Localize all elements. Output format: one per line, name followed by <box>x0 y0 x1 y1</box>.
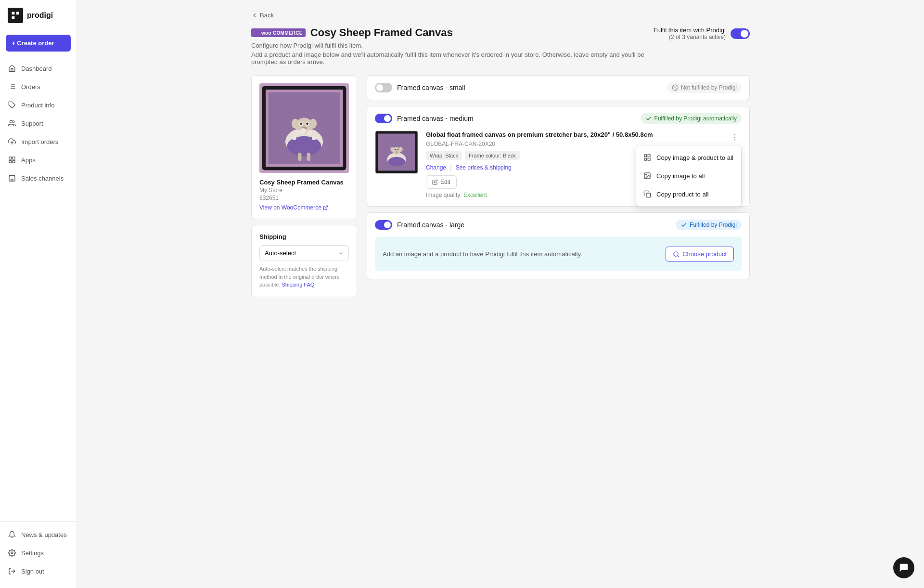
page-header: woo COMMERCE Cosy Sheep Framed Canvas Co… <box>251 26 750 65</box>
sidebar-item-settings-label: Settings <box>21 549 44 557</box>
logo: prodigi <box>0 0 77 31</box>
sidebar-item-product-info[interactable]: Product info <box>0 96 77 114</box>
sidebar-item-news-updates-label: News & updates <box>21 531 67 538</box>
logout-icon <box>8 567 16 575</box>
svg-point-65 <box>734 139 735 140</box>
main-content: Back woo COMMERCE Cosy Sheep Framed Canv… <box>77 0 924 588</box>
sidebar-item-dashboard[interactable]: Dashboard <box>0 59 77 78</box>
product-image <box>259 83 349 173</box>
shipping-title: Shipping <box>259 233 349 240</box>
back-link[interactable]: Back <box>251 12 750 19</box>
sidebar-item-dashboard-label: Dashboard <box>21 65 52 72</box>
shipping-select[interactable]: Auto-select <box>259 245 349 261</box>
list-icon <box>8 82 16 91</box>
variant-large-empty: Add an image and a product to have Prodi… <box>375 237 742 271</box>
svg-point-73 <box>674 251 678 256</box>
choose-product-button[interactable]: Choose product <box>666 247 734 261</box>
nav-section: Dashboard Orders Product info Support <box>0 55 77 521</box>
chat-bubble[interactable] <box>893 557 914 578</box>
copy-image-item[interactable]: Copy image to all <box>636 167 741 185</box>
sidebar-item-sign-out-label: Sign out <box>21 568 44 575</box>
svg-rect-0 <box>12 12 15 15</box>
change-link[interactable]: Change <box>426 164 446 171</box>
copy-image-product-item[interactable]: Copy image & product to all <box>636 148 741 167</box>
copy-product-label: Copy product to all <box>656 191 708 198</box>
svg-rect-14 <box>13 160 15 163</box>
variant-large-empty-text: Add an image and a product to have Prodi… <box>383 250 658 258</box>
svg-rect-67 <box>648 155 650 157</box>
copy-image-icon <box>643 171 652 180</box>
choose-product-label: Choose product <box>682 250 727 258</box>
copy-product-item[interactable]: Copy product to all <box>636 185 741 203</box>
svg-rect-1 <box>16 12 19 15</box>
fulfill-label: Fulfil this item with Prodigi <box>654 26 726 34</box>
variant-large-status: Fulfilled by Prodigi <box>676 220 742 230</box>
logo-icon <box>8 8 23 23</box>
svg-rect-43 <box>307 153 310 161</box>
create-order-button[interactable]: + Create order <box>6 35 71 52</box>
sidebar-item-sales-channels-label: Sales channels <box>21 175 64 182</box>
shipping-description: Auto-select matches the shipping method … <box>259 265 349 289</box>
svg-point-37 <box>295 130 300 135</box>
sidebar-item-import-orders[interactable]: Import orders <box>0 132 77 151</box>
context-menu: Copy image & product to all Copy image t… <box>636 145 742 207</box>
more-btn-wrapper: Copy image & product to all Copy image t… <box>728 131 742 144</box>
sidebar-item-settings[interactable]: Settings <box>0 544 77 562</box>
variants-section: Framed canvas - small Not fulfilled by P… <box>367 75 750 297</box>
svg-rect-12 <box>9 157 12 159</box>
svg-line-74 <box>678 255 679 257</box>
store-icon <box>8 174 16 183</box>
sidebar-item-news-updates[interactable]: News & updates <box>0 525 77 544</box>
sidebar-bottom: News & updates Settings Sign out <box>0 521 77 588</box>
svg-rect-69 <box>644 158 647 160</box>
svg-rect-72 <box>646 193 651 197</box>
variant-medium-toggle[interactable] <box>375 114 392 123</box>
sidebar-item-support[interactable]: Support <box>0 114 77 132</box>
sidebar-item-import-orders-label: Import orders <box>21 138 58 145</box>
sidebar-item-apps[interactable]: Apps <box>0 151 77 169</box>
svg-point-62 <box>395 151 398 153</box>
variant-large-name: Framed canvas - large <box>397 221 671 229</box>
variant-small: Framed canvas - small Not fulfilled by P… <box>367 75 750 100</box>
sidebar-item-orders[interactable]: Orders <box>0 78 77 96</box>
variant-large-toggle[interactable] <box>375 220 392 230</box>
sidebar-item-apps-label: Apps <box>21 157 36 164</box>
svg-rect-15 <box>9 160 12 163</box>
svg-rect-42 <box>298 153 301 161</box>
svg-point-33 <box>306 122 308 125</box>
svg-point-36 <box>305 128 306 129</box>
shipping-faq-link[interactable]: Shipping FAQ <box>282 282 314 287</box>
copy-grid-icon <box>643 153 652 162</box>
svg-point-26 <box>287 136 321 156</box>
view-on-woo-link[interactable]: View on WooCommerce <box>259 204 349 211</box>
upload-icon <box>8 137 16 146</box>
sidebar-item-orders-label: Orders <box>21 83 40 91</box>
frame-tag: Frame colour: Black <box>465 151 520 160</box>
svg-point-39 <box>307 130 312 135</box>
svg-point-64 <box>734 137 735 138</box>
variant-medium: Framed canvas - medium Fulfilled by Prod… <box>367 106 750 207</box>
page-description: Add a product and image below and we'll … <box>251 51 654 65</box>
sidebar-item-sign-out[interactable]: Sign out <box>0 562 77 580</box>
pricing-link[interactable]: See prices & shipping <box>456 164 512 171</box>
tag-icon <box>8 101 16 109</box>
svg-point-28 <box>292 118 299 128</box>
sidebar: prodigi + Create order Dashboard Orders … <box>0 0 77 588</box>
quality-value: Excellent <box>463 192 487 198</box>
variant-large: Framed canvas - large Fulfilled by Prodi… <box>367 212 750 279</box>
sidebar-item-sales-channels[interactable]: Sales channels <box>0 169 77 187</box>
svg-point-71 <box>646 174 647 175</box>
svg-point-10 <box>10 120 12 123</box>
variant-small-toggle[interactable] <box>375 83 392 92</box>
variant-medium-product-name: Global float framed canvas on premium st… <box>426 131 720 139</box>
edit-button[interactable]: Edit <box>426 175 457 189</box>
variant-small-name: Framed canvas - small <box>397 84 662 91</box>
variant-medium-thumb <box>375 131 418 174</box>
svg-line-44 <box>325 206 328 208</box>
product-store: My Store <box>259 187 349 194</box>
fulfill-toggle[interactable] <box>731 28 750 39</box>
more-options-button[interactable] <box>728 131 742 144</box>
svg-point-41 <box>312 136 316 140</box>
svg-rect-2 <box>12 16 15 19</box>
back-text: Back <box>260 12 274 19</box>
